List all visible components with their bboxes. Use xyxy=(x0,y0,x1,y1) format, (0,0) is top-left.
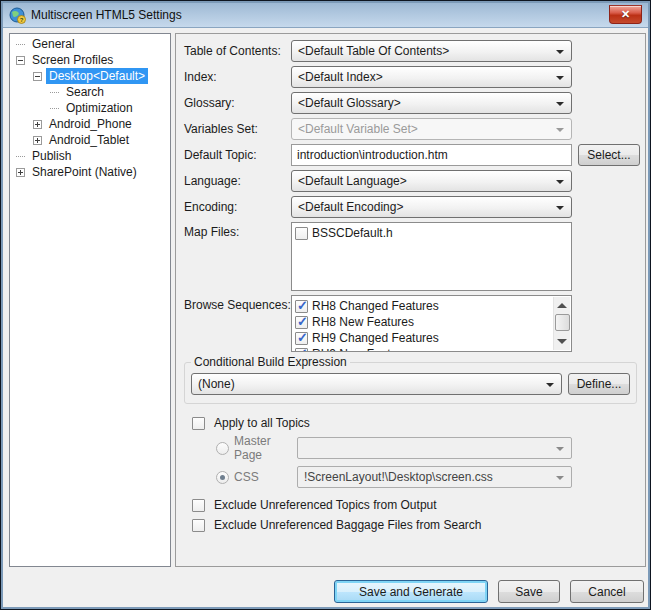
tree-item-android-tablet[interactable]: Android_Tablet xyxy=(10,132,170,148)
toc-label: Table of Contents: xyxy=(184,44,291,58)
map-file-label: BSSCDefault.h xyxy=(312,226,393,240)
css-combobox: !ScreenLayout!\Desktop\screen.css xyxy=(297,466,572,488)
tree-item-label: Android_Tablet xyxy=(46,132,132,148)
conditional-build-value: (None) xyxy=(198,377,235,391)
chevron-down-icon xyxy=(556,476,564,480)
expand-icon[interactable] xyxy=(33,136,42,145)
apply-all-topics-row[interactable]: Apply to all Topics xyxy=(184,416,637,430)
exclude-topics-label: Exclude Unreferenced Topics from Output xyxy=(214,498,437,512)
map-files-label: Map Files: xyxy=(184,222,291,239)
exclude-topics-row[interactable]: Exclude Unreferenced Topics from Output xyxy=(184,498,637,512)
browse-sequence-label: RH8 New Features xyxy=(312,315,414,329)
close-button[interactable]: ✕ xyxy=(609,5,642,24)
default-topic-input[interactable] xyxy=(291,144,572,166)
tree-connector xyxy=(16,44,25,45)
chevron-down-icon xyxy=(556,76,564,80)
browse-sequence-item[interactable]: RH9 New Features xyxy=(292,346,571,352)
tree-item-publish[interactable]: Publish xyxy=(10,148,170,164)
app-globe-icon: ? xyxy=(9,7,26,24)
cancel-button[interactable]: Cancel xyxy=(570,580,644,603)
language-combobox[interactable]: <Default Language> xyxy=(291,170,572,192)
expand-icon[interactable] xyxy=(33,120,42,129)
tree-item-label: SharePoint (Native) xyxy=(29,164,140,180)
checkbox-checked-icon[interactable] xyxy=(295,300,308,313)
dialog-button-bar: Save and Generate Save Cancel xyxy=(334,580,644,603)
tree-connector xyxy=(50,92,59,93)
browse-sequence-label: RH9 Changed Features xyxy=(312,331,439,345)
tree-item-label: Desktop<Default> xyxy=(46,68,148,84)
select-topic-button[interactable]: Select... xyxy=(578,144,640,166)
checkbox-unchecked-icon[interactable] xyxy=(192,417,205,430)
browse-sequences-listbox[interactable]: RH8 Changed Features RH8 New Features RH… xyxy=(291,295,572,352)
chevron-down-icon xyxy=(556,447,564,451)
glossary-label: Glossary: xyxy=(184,96,291,110)
toc-combobox[interactable]: <Default Table Of Contents> xyxy=(291,40,572,62)
chevron-down-icon xyxy=(556,128,564,132)
variables-set-combobox: <Default Variable Set> xyxy=(291,118,572,140)
conditional-build-legend: Conditional Build Expression xyxy=(191,355,350,369)
map-file-item[interactable]: BSSCDefault.h xyxy=(292,225,571,241)
apply-all-topics-label: Apply to all Topics xyxy=(214,416,310,430)
conditional-build-combobox[interactable]: (None) xyxy=(191,373,562,395)
browse-sequences-label: Browse Sequences: xyxy=(184,295,291,312)
index-combobox[interactable]: <Default Index> xyxy=(291,66,572,88)
save-and-generate-button[interactable]: Save and Generate xyxy=(334,580,488,603)
tree-item-label: Publish xyxy=(29,148,74,164)
master-page-label: Master Page xyxy=(234,434,291,462)
browse-sequence-item[interactable]: RH8 Changed Features xyxy=(292,298,571,314)
expand-icon[interactable] xyxy=(16,168,25,177)
encoding-label: Encoding: xyxy=(184,200,291,214)
language-label: Language: xyxy=(184,174,291,188)
glossary-combobox[interactable]: <Default Glossary> xyxy=(291,92,572,114)
chevron-down-icon xyxy=(556,102,564,106)
encoding-value: <Default Encoding> xyxy=(298,200,403,214)
dialog-window: ? Multiscreen HTML5 Settings ✕ General S… xyxy=(0,0,651,610)
scroll-up-icon[interactable] xyxy=(557,303,567,308)
browse-sequence-item[interactable]: RH9 Changed Features xyxy=(292,330,571,346)
exclude-baggage-label: Exclude Unreferenced Baggage Files from … xyxy=(214,518,481,532)
save-button[interactable]: Save xyxy=(498,580,560,603)
scrollbar-thumb[interactable] xyxy=(555,314,570,331)
master-page-radio-row: Master Page xyxy=(184,434,291,462)
tree-item-optimization[interactable]: Optimization xyxy=(10,100,170,116)
master-page-combobox xyxy=(297,437,572,459)
tree-item-label: Search xyxy=(63,84,107,100)
checkbox-checked-icon[interactable] xyxy=(295,348,308,353)
map-files-listbox[interactable]: BSSCDefault.h xyxy=(291,222,572,291)
tree-connector xyxy=(16,156,25,157)
define-button[interactable]: Define... xyxy=(568,373,630,395)
browse-sequence-label: RH9 New Features xyxy=(312,347,414,352)
css-value: !ScreenLayout!\Desktop\screen.css xyxy=(304,470,493,484)
toc-value: <Default Table Of Contents> xyxy=(298,44,449,58)
scroll-down-icon[interactable] xyxy=(557,339,567,344)
glossary-value: <Default Glossary> xyxy=(298,96,401,110)
close-icon: ✕ xyxy=(621,8,630,20)
tree-item-desktop-default[interactable]: Desktop<Default> xyxy=(10,68,170,84)
checkbox-unchecked-icon[interactable] xyxy=(192,519,205,532)
collapse-icon[interactable] xyxy=(16,56,25,65)
checkbox-checked-icon[interactable] xyxy=(295,332,308,345)
checkbox-unchecked-icon[interactable] xyxy=(192,499,205,512)
encoding-combobox[interactable]: <Default Encoding> xyxy=(291,196,572,218)
browse-sequence-item[interactable]: RH8 New Features xyxy=(292,314,571,330)
tree-connector xyxy=(50,108,59,109)
vertical-scrollbar[interactable] xyxy=(553,297,570,350)
css-label: CSS xyxy=(234,470,259,484)
tree-item-screen-profiles[interactable]: Screen Profiles xyxy=(10,52,170,68)
index-label: Index: xyxy=(184,70,291,84)
settings-tree: General Screen Profiles Desktop<Default>… xyxy=(9,33,171,567)
exclude-baggage-row[interactable]: Exclude Unreferenced Baggage Files from … xyxy=(184,518,637,532)
tree-item-android-phone[interactable]: Android_Phone xyxy=(10,116,170,132)
variables-set-label: Variables Set: xyxy=(184,122,291,136)
tree-item-sharepoint[interactable]: SharePoint (Native) xyxy=(10,164,170,180)
window-title: Multiscreen HTML5 Settings xyxy=(31,8,182,22)
tree-item-label: General xyxy=(29,36,78,52)
collapse-icon[interactable] xyxy=(33,72,42,81)
checkbox-unchecked-icon[interactable] xyxy=(295,227,308,240)
tree-item-search[interactable]: Search xyxy=(10,84,170,100)
language-value: <Default Language> xyxy=(298,174,407,188)
browse-sequence-label: RH8 Changed Features xyxy=(312,299,439,313)
checkbox-checked-icon[interactable] xyxy=(295,316,308,329)
tree-item-general[interactable]: General xyxy=(10,36,170,52)
chevron-down-icon xyxy=(556,180,564,184)
